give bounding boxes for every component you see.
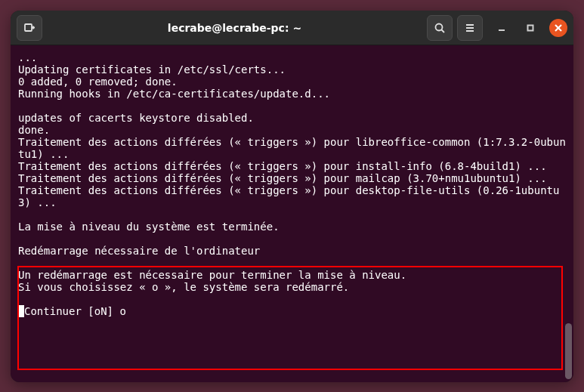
terminal-line: Si vous choisissez « o », le système ser… xyxy=(18,281,349,293)
new-tab-icon xyxy=(23,22,36,34)
menu-button[interactable] xyxy=(457,15,483,41)
terminal-line: Un redémarrage est nécessaire pour termi… xyxy=(18,269,406,281)
scrollbar-thumb[interactable] xyxy=(565,323,572,379)
terminal-line: Updating certificates in /etc/ssl/certs.… xyxy=(18,63,286,76)
search-icon xyxy=(434,22,446,34)
terminal-line: Redémarrage nécessaire de l'ordinateur xyxy=(18,245,260,257)
close-button[interactable] xyxy=(549,19,567,37)
cursor xyxy=(18,305,24,317)
close-icon xyxy=(555,24,562,32)
hamburger-icon xyxy=(464,22,476,34)
prompt-label: Continuer [oN] xyxy=(24,305,119,317)
search-button[interactable] xyxy=(427,15,453,41)
terminal-line: Traitement des actions différées (« trig… xyxy=(18,136,566,160)
terminal-line: updates of cacerts keystore disabled. xyxy=(18,112,254,124)
titlebar: lecrabe@lecrabe-pc: ~ xyxy=(11,11,573,45)
terminal-line: ... xyxy=(18,51,37,63)
terminal-content[interactable]: ... Updating certificates in /etc/ssl/ce… xyxy=(11,45,573,382)
prompt-input: o xyxy=(119,305,125,317)
svg-line-4 xyxy=(442,29,445,32)
terminal-line: done. xyxy=(18,124,50,136)
svg-rect-0 xyxy=(25,24,32,31)
svg-point-3 xyxy=(436,23,443,30)
new-tab-button[interactable] xyxy=(17,15,42,41)
terminal-line: Traitement des actions différées (« trig… xyxy=(18,184,559,208)
minimize-button[interactable] xyxy=(492,18,511,38)
terminal-line: 0 added, 0 removed; done. xyxy=(18,76,178,88)
terminal-line: Traitement des actions différées (« trig… xyxy=(18,172,547,184)
window-title: lecrabe@lecrabe-pc: ~ xyxy=(47,22,422,34)
maximize-button[interactable] xyxy=(521,18,540,38)
svg-rect-9 xyxy=(528,25,533,30)
minimize-icon xyxy=(497,23,506,32)
terminal-line: La mise à niveau du système est terminée… xyxy=(18,221,280,233)
terminal-line: Running hooks in /etc/ca-certificates/up… xyxy=(18,88,330,100)
terminal-line: Traitement des actions différées (« trig… xyxy=(18,160,547,172)
maximize-icon xyxy=(526,23,535,32)
terminal-window: lecrabe@lecrabe-pc: ~ ... Updating certi… xyxy=(11,11,573,382)
